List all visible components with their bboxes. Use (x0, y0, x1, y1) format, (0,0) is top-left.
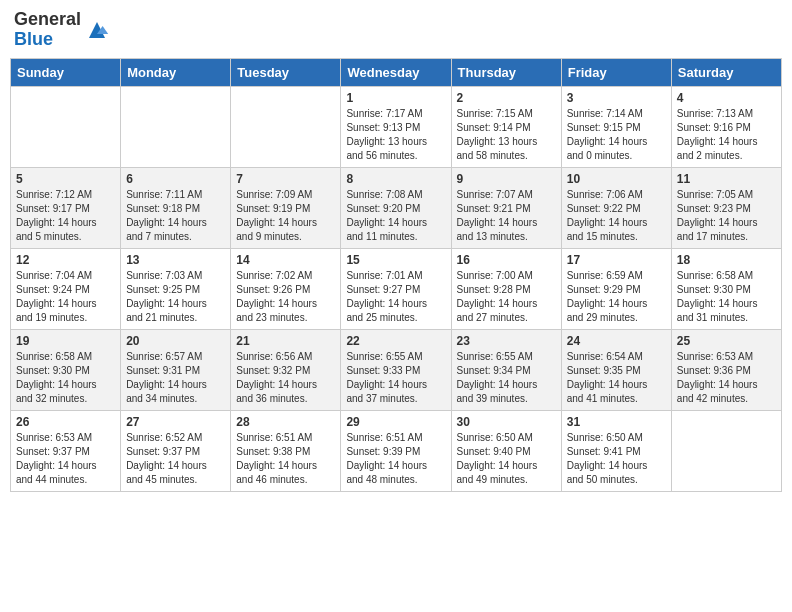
day-number: 24 (567, 334, 666, 348)
day-of-week-header: Wednesday (341, 58, 451, 86)
day-number: 25 (677, 334, 776, 348)
calendar-week-row: 19Sunrise: 6:58 AM Sunset: 9:30 PM Dayli… (11, 329, 782, 410)
calendar-week-row: 12Sunrise: 7:04 AM Sunset: 9:24 PM Dayli… (11, 248, 782, 329)
calendar-cell: 30Sunrise: 6:50 AM Sunset: 9:40 PM Dayli… (451, 410, 561, 491)
day-number: 26 (16, 415, 115, 429)
logo-general: General (14, 9, 81, 29)
logo-blue: Blue (14, 29, 53, 49)
day-of-week-header: Thursday (451, 58, 561, 86)
day-number: 21 (236, 334, 335, 348)
calendar-cell: 24Sunrise: 6:54 AM Sunset: 9:35 PM Dayli… (561, 329, 671, 410)
day-number: 15 (346, 253, 445, 267)
day-number: 22 (346, 334, 445, 348)
day-number: 18 (677, 253, 776, 267)
day-info: Sunrise: 6:50 AM Sunset: 9:41 PM Dayligh… (567, 431, 666, 487)
day-number: 30 (457, 415, 556, 429)
day-number: 14 (236, 253, 335, 267)
calendar-cell: 8Sunrise: 7:08 AM Sunset: 9:20 PM Daylig… (341, 167, 451, 248)
calendar-week-row: 5Sunrise: 7:12 AM Sunset: 9:17 PM Daylig… (11, 167, 782, 248)
day-number: 6 (126, 172, 225, 186)
calendar-cell: 17Sunrise: 6:59 AM Sunset: 9:29 PM Dayli… (561, 248, 671, 329)
calendar-week-row: 1Sunrise: 7:17 AM Sunset: 9:13 PM Daylig… (11, 86, 782, 167)
day-info: Sunrise: 6:53 AM Sunset: 9:37 PM Dayligh… (16, 431, 115, 487)
day-info: Sunrise: 7:02 AM Sunset: 9:26 PM Dayligh… (236, 269, 335, 325)
calendar-cell (11, 86, 121, 167)
page-header: General Blue (10, 10, 782, 50)
day-number: 27 (126, 415, 225, 429)
day-number: 11 (677, 172, 776, 186)
day-info: Sunrise: 6:56 AM Sunset: 9:32 PM Dayligh… (236, 350, 335, 406)
day-of-week-header: Monday (121, 58, 231, 86)
calendar-cell: 18Sunrise: 6:58 AM Sunset: 9:30 PM Dayli… (671, 248, 781, 329)
calendar-cell: 5Sunrise: 7:12 AM Sunset: 9:17 PM Daylig… (11, 167, 121, 248)
day-number: 4 (677, 91, 776, 105)
day-number: 13 (126, 253, 225, 267)
day-number: 1 (346, 91, 445, 105)
calendar-cell: 9Sunrise: 7:07 AM Sunset: 9:21 PM Daylig… (451, 167, 561, 248)
calendar-cell (671, 410, 781, 491)
day-info: Sunrise: 7:09 AM Sunset: 9:19 PM Dayligh… (236, 188, 335, 244)
calendar-cell: 7Sunrise: 7:09 AM Sunset: 9:19 PM Daylig… (231, 167, 341, 248)
day-number: 5 (16, 172, 115, 186)
calendar-cell: 12Sunrise: 7:04 AM Sunset: 9:24 PM Dayli… (11, 248, 121, 329)
calendar-cell: 26Sunrise: 6:53 AM Sunset: 9:37 PM Dayli… (11, 410, 121, 491)
day-number: 12 (16, 253, 115, 267)
day-number: 7 (236, 172, 335, 186)
day-number: 31 (567, 415, 666, 429)
calendar-header-row: SundayMondayTuesdayWednesdayThursdayFrid… (11, 58, 782, 86)
calendar-cell: 4Sunrise: 7:13 AM Sunset: 9:16 PM Daylig… (671, 86, 781, 167)
day-info: Sunrise: 7:00 AM Sunset: 9:28 PM Dayligh… (457, 269, 556, 325)
day-info: Sunrise: 7:04 AM Sunset: 9:24 PM Dayligh… (16, 269, 115, 325)
day-info: Sunrise: 7:06 AM Sunset: 9:22 PM Dayligh… (567, 188, 666, 244)
day-info: Sunrise: 7:05 AM Sunset: 9:23 PM Dayligh… (677, 188, 776, 244)
calendar-cell: 23Sunrise: 6:55 AM Sunset: 9:34 PM Dayli… (451, 329, 561, 410)
day-info: Sunrise: 7:08 AM Sunset: 9:20 PM Dayligh… (346, 188, 445, 244)
calendar-cell: 13Sunrise: 7:03 AM Sunset: 9:25 PM Dayli… (121, 248, 231, 329)
calendar-cell: 27Sunrise: 6:52 AM Sunset: 9:37 PM Dayli… (121, 410, 231, 491)
day-info: Sunrise: 7:01 AM Sunset: 9:27 PM Dayligh… (346, 269, 445, 325)
calendar-cell: 15Sunrise: 7:01 AM Sunset: 9:27 PM Dayli… (341, 248, 451, 329)
calendar-cell: 21Sunrise: 6:56 AM Sunset: 9:32 PM Dayli… (231, 329, 341, 410)
day-of-week-header: Friday (561, 58, 671, 86)
calendar-cell: 1Sunrise: 7:17 AM Sunset: 9:13 PM Daylig… (341, 86, 451, 167)
day-info: Sunrise: 6:51 AM Sunset: 9:38 PM Dayligh… (236, 431, 335, 487)
day-info: Sunrise: 6:50 AM Sunset: 9:40 PM Dayligh… (457, 431, 556, 487)
calendar-cell: 25Sunrise: 6:53 AM Sunset: 9:36 PM Dayli… (671, 329, 781, 410)
day-info: Sunrise: 7:15 AM Sunset: 9:14 PM Dayligh… (457, 107, 556, 163)
logo: General Blue (14, 10, 109, 50)
day-info: Sunrise: 6:58 AM Sunset: 9:30 PM Dayligh… (677, 269, 776, 325)
day-number: 2 (457, 91, 556, 105)
day-number: 29 (346, 415, 445, 429)
calendar-cell: 2Sunrise: 7:15 AM Sunset: 9:14 PM Daylig… (451, 86, 561, 167)
day-info: Sunrise: 6:58 AM Sunset: 9:30 PM Dayligh… (16, 350, 115, 406)
calendar-cell: 20Sunrise: 6:57 AM Sunset: 9:31 PM Dayli… (121, 329, 231, 410)
day-of-week-header: Sunday (11, 58, 121, 86)
day-info: Sunrise: 7:11 AM Sunset: 9:18 PM Dayligh… (126, 188, 225, 244)
day-info: Sunrise: 7:07 AM Sunset: 9:21 PM Dayligh… (457, 188, 556, 244)
calendar-cell: 6Sunrise: 7:11 AM Sunset: 9:18 PM Daylig… (121, 167, 231, 248)
calendar-cell (121, 86, 231, 167)
calendar-cell: 29Sunrise: 6:51 AM Sunset: 9:39 PM Dayli… (341, 410, 451, 491)
day-info: Sunrise: 6:57 AM Sunset: 9:31 PM Dayligh… (126, 350, 225, 406)
calendar-cell: 14Sunrise: 7:02 AM Sunset: 9:26 PM Dayli… (231, 248, 341, 329)
day-info: Sunrise: 6:55 AM Sunset: 9:34 PM Dayligh… (457, 350, 556, 406)
day-number: 20 (126, 334, 225, 348)
day-info: Sunrise: 7:12 AM Sunset: 9:17 PM Dayligh… (16, 188, 115, 244)
day-of-week-header: Tuesday (231, 58, 341, 86)
day-info: Sunrise: 6:55 AM Sunset: 9:33 PM Dayligh… (346, 350, 445, 406)
day-number: 19 (16, 334, 115, 348)
calendar-cell: 16Sunrise: 7:00 AM Sunset: 9:28 PM Dayli… (451, 248, 561, 329)
calendar-cell: 22Sunrise: 6:55 AM Sunset: 9:33 PM Dayli… (341, 329, 451, 410)
day-number: 28 (236, 415, 335, 429)
calendar-cell: 10Sunrise: 7:06 AM Sunset: 9:22 PM Dayli… (561, 167, 671, 248)
day-number: 17 (567, 253, 666, 267)
logo-icon (85, 18, 109, 42)
day-number: 23 (457, 334, 556, 348)
day-number: 10 (567, 172, 666, 186)
day-info: Sunrise: 6:52 AM Sunset: 9:37 PM Dayligh… (126, 431, 225, 487)
day-info: Sunrise: 6:53 AM Sunset: 9:36 PM Dayligh… (677, 350, 776, 406)
day-info: Sunrise: 6:54 AM Sunset: 9:35 PM Dayligh… (567, 350, 666, 406)
calendar-cell: 28Sunrise: 6:51 AM Sunset: 9:38 PM Dayli… (231, 410, 341, 491)
calendar-cell: 19Sunrise: 6:58 AM Sunset: 9:30 PM Dayli… (11, 329, 121, 410)
calendar-table: SundayMondayTuesdayWednesdayThursdayFrid… (10, 58, 782, 492)
